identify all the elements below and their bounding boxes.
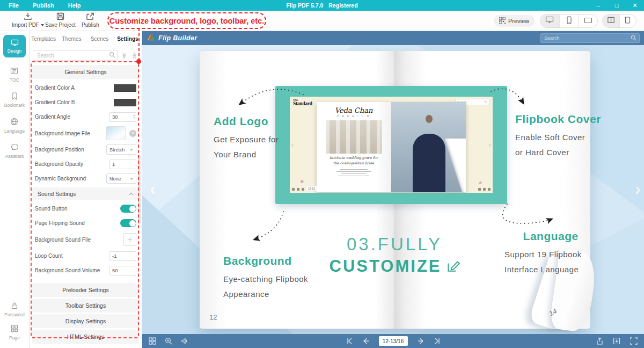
thumbnails-icon[interactable] (149, 337, 156, 345)
spinner-icon[interactable]: ▴▾ (133, 114, 135, 119)
tab-scenes[interactable]: Scenes (86, 36, 114, 42)
sound-button-toggle[interactable] (120, 205, 136, 213)
inner-flipbook: The Standard Search ‹ › Veda Chan P R E … (275, 86, 507, 204)
annotation-text: Support 19 FlipbookInterface Language (504, 247, 582, 277)
menu-publish[interactable]: Publish (33, 2, 54, 9)
maximize-icon[interactable]: □ (613, 2, 620, 9)
main-toolbar: Import PDF Save Project Publish Preview (0, 11, 644, 31)
toggle-knob (129, 220, 136, 227)
expand-all-icon[interactable]: ≫ (121, 52, 128, 59)
next-page-chevron[interactable]: › (635, 178, 641, 199)
sidebar-item-toc[interactable]: TOC (10, 67, 19, 83)
single-page-button[interactable] (620, 15, 636, 27)
minimize-icon[interactable]: – (595, 2, 602, 9)
import-pdf-button[interactable]: Import PDF (12, 12, 44, 28)
gradient-angle-input[interactable] (109, 112, 136, 122)
window-title: Flip PDF 5.7.0 Registered (286, 2, 357, 9)
add-sound-file-button[interactable]: + (123, 233, 136, 246)
double-page-button[interactable] (603, 15, 620, 27)
page-indicator[interactable]: 12-13/16 (379, 336, 408, 346)
share-icon[interactable] (596, 337, 603, 345)
sidebar-item-assistant[interactable]: Assistant (5, 143, 24, 159)
panel-scrollbar[interactable] (138, 155, 141, 224)
dynamic-background-select[interactable]: None (106, 173, 136, 184)
general-settings-header[interactable]: General Settings (32, 65, 139, 79)
last-page-icon[interactable] (434, 338, 441, 344)
clear-image-icon[interactable]: ✕ (129, 130, 136, 137)
first-page-icon[interactable] (346, 338, 353, 344)
zoom-in-icon[interactable] (165, 337, 172, 345)
sidebar-label-password: Password (4, 312, 24, 317)
grid-icon (11, 325, 18, 334)
toolbar-page-nav: 12-13/16 (346, 336, 441, 346)
preview-button[interactable]: Preview (494, 15, 535, 27)
annotation-language: Language Support 19 FlipbookInterface La… (504, 230, 582, 277)
background-image-thumbnail[interactable] (106, 126, 126, 140)
desktop-view-button[interactable] (540, 15, 560, 27)
background-opacity-input[interactable] (109, 160, 136, 169)
background-position-select[interactable]: Stretch (106, 144, 136, 155)
sidebar-label-language: Language (4, 128, 25, 134)
chevron-down-icon (130, 178, 133, 180)
tablet-icon (584, 16, 592, 26)
close-icon[interactable]: ✕ (631, 2, 639, 9)
toolbar-settings-header[interactable]: Toolbar Settings (32, 299, 139, 313)
flipbook-search-box (540, 33, 640, 43)
sound-icon[interactable] (181, 337, 188, 345)
app-title: Flip PDF 5.7.0 (286, 2, 323, 9)
display-settings-header[interactable]: Display Settings (32, 314, 139, 328)
tab-settings[interactable]: Settings (114, 36, 142, 42)
previous-page-icon[interactable] (363, 338, 369, 344)
background-image-label: Background Image File (35, 130, 90, 136)
collapse-all-icon[interactable]: ≪ (131, 52, 138, 59)
sound-settings-header[interactable]: Sound Settings (32, 187, 139, 200)
publish-label: Publish (82, 22, 99, 28)
search-icon (109, 52, 115, 59)
sidebar-item-design[interactable]: Design (3, 35, 26, 57)
flipbuilder-logo-icon (147, 33, 155, 44)
left-sidebar: Design TOC Bookmark Language Assistant P… (0, 31, 30, 348)
chat-bubble-icon (11, 143, 19, 152)
fullscreen-icon[interactable] (630, 337, 638, 345)
flipbook-header: Flip Builder (142, 31, 644, 45)
preloader-settings-header[interactable]: Preloader Settings (32, 283, 139, 297)
qr-code-icon (499, 17, 506, 25)
save-project-button[interactable]: Save Project (45, 12, 76, 28)
flipbook-search-input[interactable] (541, 35, 631, 41)
previous-page-chevron[interactable]: ‹ (150, 178, 156, 199)
download-icon[interactable] (613, 337, 620, 345)
save-project-label: Save Project (45, 22, 76, 28)
background-sound-volume-input[interactable] (109, 266, 136, 276)
settings-panel: Templates Themes Scenes Settings ≫ ≪ Gen… (30, 31, 142, 348)
inner-next-chevron: › (489, 141, 491, 149)
inner-toolbar-left-icons (292, 188, 304, 191)
background-position-label: Background Position (35, 147, 84, 153)
gradient-color-b-swatch[interactable] (114, 99, 136, 106)
sidebar-item-language[interactable]: Language (4, 118, 25, 134)
sidebar-item-bookmark[interactable]: Bookmark (4, 92, 25, 108)
html-settings-header[interactable]: HTML Settings (32, 330, 139, 344)
publish-button[interactable]: Publish (82, 12, 99, 28)
sound-button-label: Sound Button (35, 206, 68, 212)
page-flipping-sound-toggle[interactable] (120, 219, 136, 227)
menu-help[interactable]: Help (68, 2, 81, 9)
background-sound-volume-row: Background Sound Volume (30, 263, 142, 278)
sidebar-item-page[interactable]: Page (9, 325, 20, 340)
page-flipping-sound-label: Page Flipping Sound (35, 220, 85, 226)
tab-templates[interactable]: Templates (30, 36, 57, 42)
menu-file[interactable]: File (9, 2, 19, 9)
tablet-view-button[interactable] (579, 15, 597, 27)
gradient-color-a-swatch[interactable] (114, 84, 136, 92)
annotation-title: Add Logo (214, 115, 279, 128)
tab-themes[interactable]: Themes (57, 36, 85, 42)
toggle-knob (129, 206, 136, 212)
sidebar-item-password[interactable]: Password (4, 302, 24, 317)
next-page-icon[interactable] (418, 338, 424, 344)
panel-scroll-area: General Settings Gradient Color A Gradie… (30, 63, 142, 348)
panel-search-input[interactable] (33, 50, 118, 61)
globe-icon (10, 118, 18, 127)
toolbar-left-icons (142, 337, 188, 345)
loop-count-input[interactable] (109, 251, 136, 261)
gradient-color-a-row: Gradient Color A (30, 81, 142, 95)
phone-view-button[interactable] (560, 15, 579, 27)
